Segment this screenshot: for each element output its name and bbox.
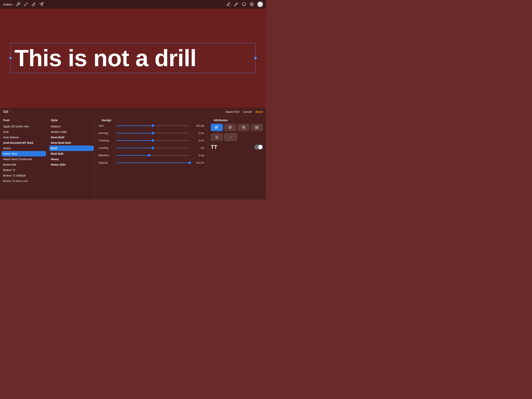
slider-track: [116, 155, 190, 156]
font-item[interactable]: Bodoni 72: [0, 167, 48, 173]
right-handle[interactable]: [254, 57, 257, 59]
slider-container[interactable]: [116, 161, 190, 165]
style-item[interactable]: Demi Bold: [48, 135, 95, 140]
svg-rect-18: [255, 126, 259, 126]
font-item[interactable]: Avenir Next: [1, 151, 46, 156]
align-row: [211, 124, 263, 131]
font-item[interactable]: Bodoni 72 Oldstyle: [0, 173, 48, 178]
import-font-button[interactable]: Import Font: [225, 110, 239, 113]
style-item[interactable]: Heavy Italic: [48, 162, 95, 167]
slider-fill: [116, 162, 190, 163]
paintbrush-icon[interactable]: [234, 2, 238, 6]
toggle-knob: [258, 145, 262, 149]
slider-container[interactable]: [116, 124, 190, 128]
slider-track: [116, 133, 190, 134]
font-item[interactable]: Apple SD Gothic Neo: [0, 124, 48, 129]
font-item[interactable]: Avenir Next Condensed: [0, 156, 48, 162]
slider-container[interactable]: [116, 131, 190, 135]
font-item[interactable]: Arial Rounded MT Bold: [0, 140, 48, 146]
slider-thumb[interactable]: [148, 154, 151, 157]
avatar[interactable]: [257, 1, 263, 7]
slider-fill: [116, 133, 153, 134]
wrench-icon[interactable]: [16, 2, 20, 6]
magic-wand-icon[interactable]: [24, 2, 28, 6]
underline-button[interactable]: U: [211, 134, 223, 141]
style-item[interactable]: Medium Italic: [48, 129, 95, 135]
slider-thumb[interactable]: [152, 139, 154, 142]
script-icon[interactable]: [32, 2, 36, 6]
style-item[interactable]: Bold: [49, 146, 94, 151]
style-item[interactable]: Bold Italic: [48, 151, 95, 156]
design-row: Baseline6.3pt: [99, 153, 204, 157]
tt-row: TT: [211, 144, 263, 150]
svg-rect-9: [215, 129, 217, 129]
attributes-column-header: Attributes: [211, 118, 263, 124]
toolbar-left: Gallery: [3, 2, 44, 6]
pencil-icon[interactable]: [226, 2, 231, 6]
slider-container[interactable]: [116, 153, 190, 157]
design-value: 282.8pt: [190, 124, 204, 127]
toolbar-right: [226, 1, 263, 7]
style-item[interactable]: Heavy: [48, 156, 95, 162]
slider-fill: [116, 148, 153, 148]
svg-rect-17: [243, 129, 245, 129]
done-button[interactable]: Done: [256, 110, 263, 113]
tt-toggle[interactable]: [254, 145, 263, 150]
design-column-header: Design: [99, 118, 204, 124]
circle-style-button[interactable]: ○: [224, 134, 237, 141]
design-label: Tracking: [99, 139, 116, 142]
design-row: Kerning0.0%: [99, 131, 204, 135]
font-item[interactable]: Arial: [0, 129, 48, 135]
slider-container[interactable]: [116, 146, 190, 150]
svg-rect-13: [229, 129, 231, 129]
style-item[interactable]: Demi Bold Italic: [48, 140, 95, 146]
cancel-button[interactable]: Cancel: [243, 110, 252, 113]
design-value: 0pt: [190, 147, 204, 149]
send-icon[interactable]: [39, 2, 44, 6]
design-label: Opacity: [99, 161, 116, 164]
bottom-toolbar-right: Import Font Cancel Done: [225, 110, 263, 113]
font-item[interactable]: Arial Hebrew: [0, 135, 48, 140]
font-item[interactable]: Baskerville: [0, 162, 48, 167]
keyboard-icon: ⌨: [3, 110, 8, 114]
align-justify-button[interactable]: [251, 124, 263, 131]
bottom-toolbar-left: ⌨ ⌃: [3, 110, 12, 114]
design-column: Design Size282.8ptKerning0.0%Tracking0.0…: [95, 116, 208, 200]
svg-rect-7: [215, 127, 217, 127]
align-center-button[interactable]: [224, 124, 236, 131]
font-item[interactable]: Avenir: [0, 146, 48, 151]
design-row: Opacity100.0%: [99, 161, 204, 165]
slider-track: [116, 162, 190, 163]
font-column: Font Apple SD Gothic NeoArialArial Hebre…: [0, 116, 48, 200]
design-value: 0.0%: [190, 139, 204, 142]
align-right-button[interactable]: [237, 124, 250, 131]
svg-rect-16: [242, 128, 245, 128]
slider-thumb[interactable]: [188, 161, 191, 164]
gallery-button[interactable]: Gallery: [3, 3, 13, 6]
svg-rect-11: [229, 127, 231, 127]
font-item[interactable]: Bodoni 72 Smallcaps: [0, 178, 48, 184]
eraser-icon[interactable]: [242, 2, 246, 6]
svg-rect-6: [215, 126, 218, 126]
style-item[interactable]: Medium: [48, 124, 95, 129]
text-box[interactable]: This is not a drill: [10, 43, 256, 73]
layers-icon[interactable]: [250, 2, 254, 6]
design-label: Leading: [99, 146, 116, 149]
bottom-toolbar: ⌨ ⌃ Import Font Cancel Done: [0, 108, 266, 116]
design-rows: Size282.8ptKerning0.0%Tracking0.0%Leadin…: [99, 124, 204, 165]
left-handle[interactable]: [9, 57, 12, 59]
design-label: Baseline: [99, 154, 116, 157]
style-column-header: Style: [48, 118, 95, 124]
chevron-up-icon[interactable]: ⌃: [10, 110, 12, 113]
slider-thumb[interactable]: [152, 132, 154, 135]
slider-thumb[interactable]: [152, 147, 154, 149]
top-toolbar: Gallery: [0, 0, 266, 9]
slider-track: [116, 140, 190, 141]
align-left-button[interactable]: [211, 124, 223, 131]
slider-thumb[interactable]: [152, 124, 154, 127]
design-label: Size: [99, 124, 116, 127]
style-list: MediumMedium ItalicDemi BoldDemi Bold It…: [48, 124, 95, 167]
font-list: Apple SD Gothic NeoArialArial HebrewAria…: [0, 124, 48, 184]
slider-container[interactable]: [116, 139, 190, 142]
canvas-area: This is not a drill: [0, 9, 266, 108]
